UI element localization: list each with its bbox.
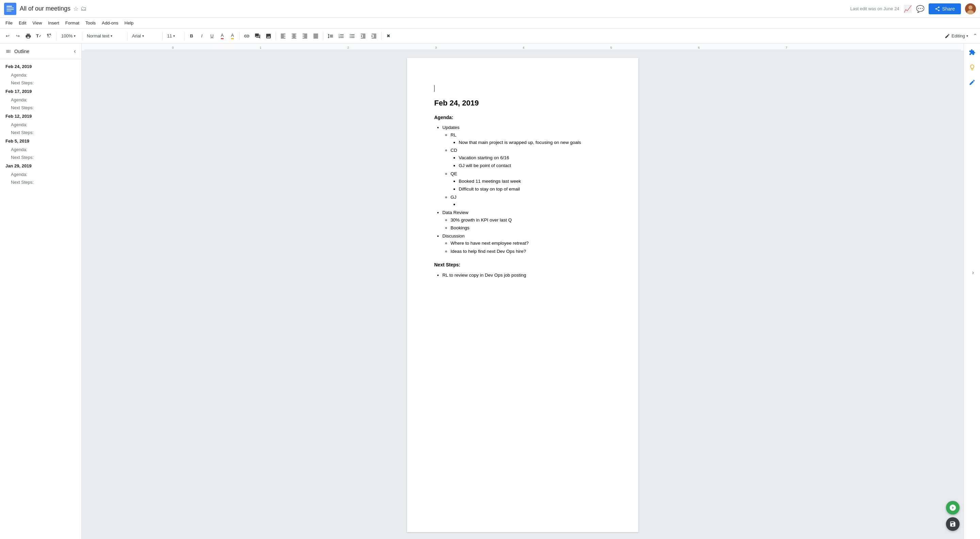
svg-text:6: 6 — [698, 46, 700, 49]
outline-sub-1-1[interactable]: Next Steps: — [0, 104, 81, 111]
edit-panel-button[interactable] — [966, 76, 978, 89]
underline-button[interactable]: U — [207, 31, 217, 41]
ruler: 0 1 2 3 4 5 6 7 — [82, 44, 964, 51]
svg-rect-2 — [6, 8, 14, 8]
svg-rect-3 — [6, 9, 14, 10]
gj-placeholder — [459, 201, 611, 208]
menu-help[interactable]: Help — [122, 19, 137, 27]
menu-tools[interactable]: Tools — [83, 19, 98, 27]
user-avatar[interactable] — [965, 3, 976, 14]
zoom-chevron: ▾ — [74, 34, 76, 38]
outline-sub-3-1[interactable]: Next Steps: — [0, 153, 81, 161]
divider-8 — [323, 32, 323, 40]
print-button[interactable] — [23, 31, 33, 41]
outline-sub-3-0[interactable]: Agenda: — [0, 146, 81, 153]
divider-5 — [185, 32, 185, 40]
outline-sub-0-1[interactable]: Next Steps: — [0, 79, 81, 87]
svg-rect-1 — [6, 6, 12, 7]
save-button[interactable] — [946, 517, 959, 531]
paint-format-button[interactable] — [44, 31, 54, 41]
style-select[interactable]: Normal text ▾ — [84, 31, 125, 41]
spellcheck-button[interactable]: T✓ — [34, 31, 43, 41]
outline-section-2[interactable]: Feb 12, 2019 — [0, 111, 81, 121]
gj-item: GJ — [450, 194, 611, 208]
extensions-panel-button[interactable] — [966, 46, 978, 59]
cd-item-1: Vacation starting on 6/16 — [459, 154, 611, 162]
notes-panel-button[interactable] — [966, 61, 978, 73]
collapse-sidebar-button[interactable]: ‹ — [74, 48, 76, 55]
bullet-list-button[interactable] — [347, 31, 357, 41]
align-justify-button[interactable] — [311, 31, 321, 41]
dr-item-1: 30% growth in KPI over last Q — [450, 216, 611, 224]
expand-panel-button[interactable]: › — [972, 269, 974, 276]
highlight-button[interactable]: A — [228, 31, 237, 41]
menu-view[interactable]: View — [30, 19, 45, 27]
outline-section-1[interactable]: Feb 17, 2019 — [0, 87, 81, 96]
menu-file[interactable]: File — [3, 19, 15, 27]
size-chevron: ▾ — [173, 34, 175, 38]
rl-item-1: Now that main project is wrapped up, foc… — [459, 139, 611, 146]
qe-sublist: Booked 11 meetings last week Difficult t… — [450, 178, 611, 193]
document-title: All of our meetings — [20, 5, 70, 12]
outline-sidebar: Outline ‹ Feb 24, 2019 Agenda: Next Step… — [0, 44, 82, 539]
clear-format-button[interactable]: ✖ — [383, 31, 393, 41]
font-select[interactable]: Arial ▾ — [130, 31, 160, 41]
link-button[interactable] — [242, 31, 252, 41]
data-review-sublist: 30% growth in KPI over last Q Bookings — [442, 216, 611, 232]
align-left-button[interactable] — [278, 31, 288, 41]
bold-button[interactable]: B — [187, 31, 196, 41]
increase-indent-button[interactable] — [369, 31, 379, 41]
agenda-list: Updates RL Now that main project is wrap… — [434, 124, 611, 255]
decrease-indent-button[interactable] — [358, 31, 368, 41]
divider-6 — [239, 32, 240, 40]
share-button[interactable]: Share — [929, 3, 961, 14]
align-right-button[interactable] — [300, 31, 310, 41]
menu-addons[interactable]: Add-ons — [99, 19, 121, 27]
image-button[interactable] — [263, 31, 274, 41]
svg-text:5: 5 — [611, 46, 612, 49]
assistant-button[interactable] — [946, 501, 959, 515]
redo-button[interactable]: ↪ — [13, 31, 22, 41]
outline-section-4[interactable]: Jan 29, 2019 — [0, 161, 81, 170]
trend-icon[interactable]: 📈 — [904, 5, 912, 13]
align-center-button[interactable] — [289, 31, 299, 41]
svg-text:4: 4 — [523, 46, 524, 49]
text-color-label: A — [221, 33, 224, 39]
zoom-select[interactable]: 100% ▾ — [59, 31, 80, 41]
outline-sub-2-0[interactable]: Agenda: — [0, 121, 81, 129]
folder-icon[interactable]: 🗂 — [81, 5, 87, 12]
outline-section-0[interactable]: Feb 24, 2019 — [0, 62, 81, 71]
title-bar: All of our meetings ☆ 🗂 Last edit was on… — [0, 0, 980, 18]
document-scroll-area[interactable]: Feb 24, 2019 Agenda: Updates RL Now that… — [82, 51, 964, 539]
document-page[interactable]: Feb 24, 2019 Agenda: Updates RL Now that… — [407, 58, 638, 532]
text-color-button[interactable]: A — [218, 31, 227, 41]
star-icon[interactable]: ☆ — [73, 5, 79, 13]
menu-format[interactable]: Format — [63, 19, 82, 27]
menu-edit[interactable]: Edit — [16, 19, 29, 27]
undo-button[interactable]: ↩ — [3, 31, 12, 41]
data-review-item: Data Review 30% growth in KPI over last … — [442, 209, 611, 232]
numbered-list-button[interactable] — [336, 31, 347, 41]
document-heading: Feb 24, 2019 — [434, 99, 611, 108]
outline-sub-2-1[interactable]: Next Steps: — [0, 129, 81, 137]
collapse-toolbar-button[interactable]: ⌃ — [973, 33, 977, 39]
outline-sub-4-1[interactable]: Next Steps: — [0, 178, 81, 186]
outline-section-3[interactable]: Feb 5, 2019 — [0, 137, 81, 146]
font-size-select[interactable]: 11 ▾ — [165, 31, 182, 41]
italic-button[interactable]: I — [197, 31, 207, 41]
agenda-title: Agenda: — [434, 114, 611, 121]
outline-sub-1-0[interactable]: Agenda: — [0, 96, 81, 104]
comment-button[interactable] — [253, 31, 263, 41]
menu-insert[interactable]: Insert — [45, 19, 62, 27]
right-panel — [964, 44, 980, 539]
comment-icon[interactable]: 💬 — [916, 5, 924, 13]
share-label: Share — [942, 6, 955, 11]
gj-sublist — [450, 201, 611, 208]
outline-sub-0-0[interactable]: Agenda: — [0, 71, 81, 79]
outline-items: Feb 24, 2019 Agenda: Next Steps: Feb 17,… — [0, 59, 81, 189]
dr-item-2: Bookings — [450, 224, 611, 232]
editing-mode-button[interactable]: Editing ▾ — [942, 32, 971, 40]
line-spacing-button[interactable] — [325, 31, 336, 41]
title-action-icons: ☆ 🗂 — [73, 5, 87, 13]
outline-sub-4-0[interactable]: Agenda: — [0, 170, 81, 178]
